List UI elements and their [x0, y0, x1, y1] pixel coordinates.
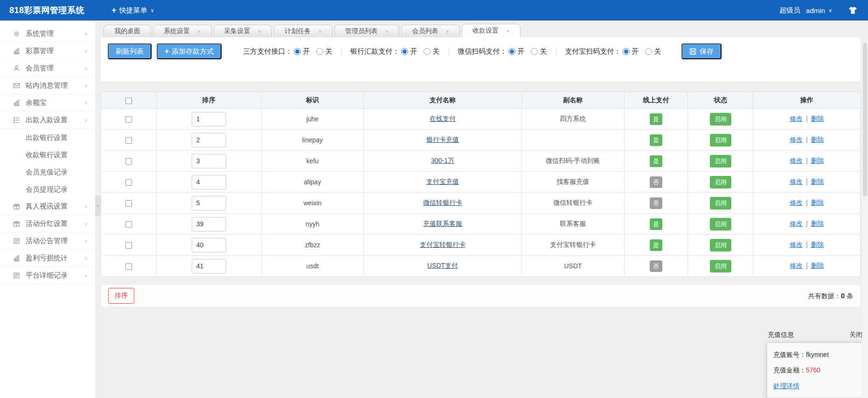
news-icon: [13, 237, 21, 244]
row-checkbox[interactable]: [125, 242, 132, 249]
edit-link[interactable]: 修改: [790, 178, 803, 185]
delete-link[interactable]: 删除: [811, 199, 824, 206]
sidebar-item-live-video[interactable]: 真人视讯设置 ∨: [0, 198, 95, 215]
delete-link[interactable]: 删除: [811, 262, 824, 269]
tab-collect-settings[interactable]: 采集设置×: [214, 25, 272, 37]
pay-name-link[interactable]: 充值联系客服: [423, 220, 462, 227]
radio-on[interactable]: 开: [508, 47, 524, 56]
row-checkbox[interactable]: [125, 221, 132, 228]
pay-subname: 找客服充值: [521, 172, 624, 193]
tab-system-settings[interactable]: 系统设置×: [153, 25, 212, 37]
apply-sort-button[interactable]: 排序: [108, 288, 134, 304]
sort-input[interactable]: [192, 154, 226, 168]
tab-member-list[interactable]: 会员列表×: [401, 25, 460, 37]
delete-link[interactable]: 删除: [811, 115, 824, 122]
pay-code: nyyh: [261, 214, 364, 235]
edit-link[interactable]: 修改: [790, 262, 803, 269]
delete-link[interactable]: 删除: [811, 136, 824, 143]
sidebar-item-yuebao[interactable]: 余额宝 ∨: [0, 94, 95, 112]
theme-shirt-icon[interactable]: [848, 6, 858, 14]
edit-link[interactable]: 修改: [790, 115, 803, 122]
sidebar-item-messages[interactable]: 站内消息管理 ∨: [0, 77, 95, 94]
sort-input[interactable]: [192, 217, 226, 231]
sort-input[interactable]: [192, 133, 226, 147]
radio-on[interactable]: 开: [623, 47, 639, 56]
sidebar-subitem-recharge-records[interactable]: 会员充值记录: [0, 163, 95, 181]
radio-on[interactable]: 开: [401, 47, 417, 56]
sidebar-item-platform-records[interactable]: 平台详细记录 ∨: [0, 267, 95, 284]
edit-link[interactable]: 修改: [790, 220, 803, 227]
row-checkbox[interactable]: [125, 200, 132, 207]
user-menu[interactable]: admin ∨: [806, 7, 832, 14]
vertical-scrollbar[interactable]: [862, 41, 868, 398]
delete-link[interactable]: 删除: [811, 241, 824, 248]
tab-close-icon[interactable]: ×: [318, 28, 322, 35]
pay-name-link[interactable]: 支付宝转银行卡: [420, 241, 465, 248]
pay-code: weixin: [261, 193, 364, 214]
bar-chart-icon: [13, 255, 21, 262]
sidebar-item-profit-loss[interactable]: 盈利亏损统计 ∨: [0, 250, 95, 267]
pay-name-link[interactable]: 微信转银行卡: [423, 199, 462, 206]
sidebar-item-payment-settings[interactable]: 出款入款设置 ∧: [0, 112, 95, 129]
sidebar-subitem-receive-bank[interactable]: 收款银行设置: [0, 146, 95, 163]
delete-link[interactable]: 删除: [811, 157, 824, 164]
radio-selected-icon: [508, 48, 515, 55]
sort-input[interactable]: [192, 259, 226, 273]
tab-payment-settings[interactable]: 收款设置×: [462, 24, 521, 37]
sort-input[interactable]: [192, 112, 226, 126]
row-checkbox[interactable]: [125, 158, 132, 165]
popup-close-link[interactable]: 关闭: [849, 331, 862, 339]
table-row: alipay 支付宝充值 找客服充值 否 启用 修改|删除: [101, 172, 861, 193]
tab-close-icon[interactable]: ×: [197, 28, 201, 35]
edit-link[interactable]: 修改: [790, 199, 803, 206]
sidebar-item-announcements[interactable]: 活动公告管理 ∨: [0, 232, 95, 250]
sidebar-item-members[interactable]: 会员管理 ∨: [0, 60, 95, 77]
sort-input[interactable]: [192, 175, 226, 189]
pay-name-link[interactable]: 银行卡充值: [426, 136, 459, 143]
edit-link[interactable]: 修改: [790, 136, 803, 143]
tab-plan-tasks[interactable]: 计划任务×: [274, 25, 333, 37]
pay-code: zfbzz: [261, 235, 364, 256]
radio-off[interactable]: 关: [316, 47, 332, 56]
pay-name-link[interactable]: 300-1万: [431, 157, 454, 164]
edit-link[interactable]: 修改: [790, 241, 803, 248]
radio-on[interactable]: 开: [294, 47, 310, 56]
tab-my-desktop[interactable]: 我的桌面: [104, 25, 151, 37]
sidebar-collapse-handle[interactable]: ‹: [95, 195, 101, 216]
sidebar-item-lottery[interactable]: 彩票管理 ∨: [0, 42, 95, 60]
row-checkbox[interactable]: [125, 116, 132, 123]
sort-input[interactable]: [192, 238, 226, 252]
edit-link[interactable]: 修改: [790, 157, 803, 164]
row-checkbox[interactable]: [125, 137, 132, 144]
sidebar-item-system[interactable]: 系统管理 ∨: [0, 25, 95, 42]
row-checkbox[interactable]: [125, 179, 132, 186]
tab-close-icon[interactable]: ×: [258, 28, 262, 35]
refresh-list-button[interactable]: 刷新列表: [108, 43, 152, 59]
online-badge: 是: [650, 218, 662, 230]
select-all-checkbox[interactable]: [125, 98, 132, 104]
tab-close-icon[interactable]: ×: [385, 28, 389, 35]
delete-link[interactable]: 删除: [811, 220, 824, 227]
radio-off[interactable]: 关: [424, 47, 439, 56]
pay-name-link[interactable]: 在线支付: [430, 115, 456, 122]
pay-name-link[interactable]: 支付宝充值: [426, 178, 459, 185]
sidebar-subitem-withdraw-records[interactable]: 会员提现记录: [0, 181, 95, 198]
radio-off[interactable]: 关: [645, 47, 661, 56]
radio-off[interactable]: 关: [531, 47, 547, 56]
save-button[interactable]: 保存: [681, 43, 722, 59]
sidebar-item-activity-dividend[interactable]: 活动分红设置 ∨: [0, 215, 95, 232]
gift-icon: [13, 203, 21, 210]
tab-close-icon[interactable]: ×: [506, 28, 510, 35]
sidebar-subitem-withdraw-bank[interactable]: 出款银行设置: [0, 129, 95, 146]
tab-close-icon[interactable]: ×: [445, 28, 449, 35]
quick-menu-button[interactable]: + 快捷菜单 ∨: [111, 6, 154, 15]
row-checkbox[interactable]: [125, 263, 132, 270]
status-badge: 启用: [710, 218, 731, 230]
delete-link[interactable]: 删除: [811, 178, 824, 185]
sort-input[interactable]: [192, 196, 226, 210]
add-deposit-method-button[interactable]: +添加存款方式: [157, 43, 222, 59]
scrollbar-thumb[interactable]: [863, 42, 867, 196]
pay-name-link[interactable]: USDT支付: [427, 262, 458, 269]
tab-admin-list[interactable]: 管理员列表×: [334, 25, 400, 37]
process-detail-link[interactable]: 处理详情: [773, 382, 799, 390]
